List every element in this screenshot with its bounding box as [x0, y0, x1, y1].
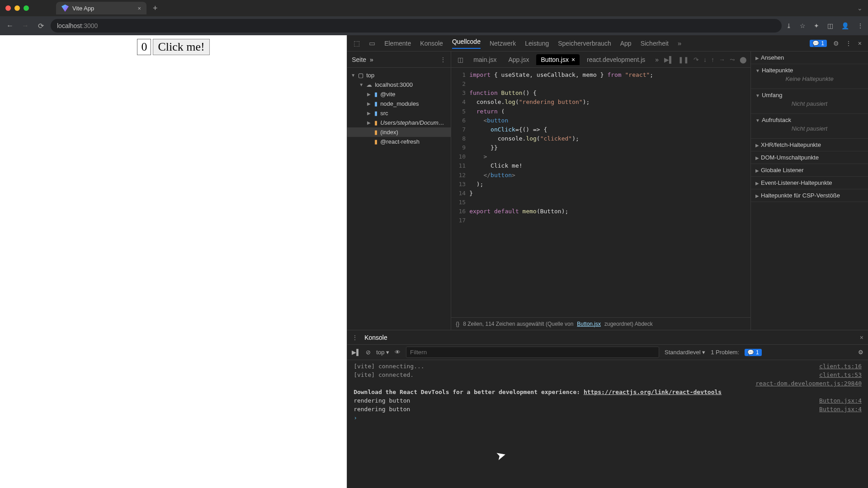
star-icon[interactable]: ☆	[800, 22, 806, 29]
extensions-icon[interactable]: ✦	[814, 22, 819, 29]
drawer-close-icon[interactable]: ×	[860, 334, 863, 341]
console-sidebar-icon[interactable]: ▶▌	[352, 349, 360, 356]
tab-console[interactable]: Konsole	[420, 40, 443, 47]
more-tabs-icon[interactable]: »	[678, 39, 681, 47]
context-selector[interactable]: top ▾	[376, 349, 389, 356]
dbg-callstack[interactable]: ▼Aufrufstack Nicht pausiert	[751, 114, 868, 139]
log-source-link[interactable]: react-dom.development.js:29840	[755, 380, 862, 387]
dbg-watch[interactable]: ▶Ansehen	[751, 52, 868, 64]
eye-icon[interactable]: 👁	[395, 349, 401, 356]
ed-tab-main[interactable]: main.jsx	[469, 54, 501, 65]
tab-close-icon[interactable]: ×	[137, 5, 141, 12]
tree-vite[interactable]: ▶▮ @vite	[347, 89, 451, 99]
forward-button[interactable]: →	[20, 22, 31, 30]
log-source-link[interactable]: Button.jsx:4	[819, 406, 862, 413]
tab-memory[interactable]: Speicherverbrauch	[558, 40, 611, 47]
sidebar-title: Seite	[352, 56, 366, 63]
editor-column: ◫ main.jsx App.jsx Button.jsx × react.de…	[451, 52, 750, 330]
drawer-tab-console[interactable]: Konsole	[364, 334, 387, 341]
ed-tab-button[interactable]: Button.jsx ×	[536, 54, 580, 65]
tab-network[interactable]: Netzwerk	[490, 40, 516, 47]
profile-icon[interactable]: 👤	[841, 22, 849, 29]
level-selector[interactable]: Standardlevel ▾	[665, 349, 705, 356]
maximize-window-button[interactable]	[24, 5, 29, 11]
log-row: react-dom.development.js:29840	[347, 379, 868, 388]
console-output[interactable]: [vite] connecting...client.ts:16 [vite] …	[347, 360, 868, 488]
tree-host[interactable]: ▼☁ localhost:3000	[347, 80, 451, 89]
more-editor-tabs-icon[interactable]: »	[652, 56, 661, 63]
tree-users-path[interactable]: ▶▮ Users/stephan/Docum…	[347, 118, 451, 127]
source-map-link[interactable]: Button.jsx	[577, 321, 601, 327]
tree-top[interactable]: ▼▢ top	[347, 70, 451, 80]
problems-badge[interactable]: 💬 1	[745, 349, 762, 356]
braces-icon[interactable]: {}	[456, 321, 459, 327]
url-field[interactable]: localhost:3000	[51, 19, 782, 33]
close-tab-icon[interactable]: ×	[571, 56, 575, 63]
tab-security[interactable]: Sicherheit	[641, 40, 669, 47]
react-devtools-link[interactable]: https://reactjs.org/link/react-devtools	[584, 389, 722, 395]
reload-button[interactable]: ⟳	[35, 22, 46, 30]
sidebar-kebab-icon[interactable]: ⋮	[440, 56, 446, 63]
pause-icon[interactable]: ❚❚	[678, 56, 689, 63]
drawer-kebab-icon[interactable]: ⋮	[352, 334, 358, 341]
minimize-window-button[interactable]	[14, 5, 20, 11]
console-prompt[interactable]: ›	[347, 413, 868, 422]
close-window-button[interactable]	[5, 5, 11, 11]
log-source-link[interactable]: Button.jsx:4	[819, 397, 862, 404]
kebab-icon[interactable]: ⋮	[845, 40, 852, 47]
ed-tab-react-dev[interactable]: react.development.js	[582, 54, 650, 65]
device-toggle-icon[interactable]: ▭	[369, 39, 375, 47]
dbg-dom[interactable]: ▶DOM-Umschaltpunkte	[751, 151, 868, 164]
pause-exceptions-icon[interactable]: ⬤	[740, 56, 747, 63]
issues-badge[interactable]: 💬 1	[810, 40, 827, 47]
log-source-link[interactable]: client.ts:16	[819, 363, 862, 370]
tab-performance[interactable]: Leistung	[525, 40, 549, 47]
sidepanel-icon[interactable]: ◫	[827, 22, 833, 29]
step-into-icon[interactable]: ↓	[703, 56, 707, 63]
code-editor[interactable]: 1234567891011121314151617 import { useSt…	[451, 68, 750, 317]
chevron-down-icon[interactable]: ⌄	[857, 5, 863, 12]
page-viewport: 0 Click me!	[0, 35, 347, 488]
folder-icon: ▮	[374, 91, 377, 98]
step-over-icon[interactable]: ↷	[693, 56, 699, 63]
settings-icon[interactable]: ⚙	[833, 40, 839, 47]
menu-icon[interactable]: ⋮	[857, 22, 863, 29]
inspect-icon[interactable]: ⬚	[354, 39, 360, 47]
tree-src[interactable]: ▶▮ src	[347, 108, 451, 118]
ed-tab-app[interactable]: App.jsx	[504, 54, 534, 65]
more-sidebar-tabs-icon[interactable]: »	[370, 56, 373, 63]
dbg-event[interactable]: ▶Event-Listener-Haltepunkte	[751, 177, 868, 189]
toggle-debugger-icon[interactable]: ▶▌	[664, 56, 674, 63]
console-toolbar: ▶▌ ⊘ top ▾ 👁 Standardlevel ▾ 1 Problem: …	[347, 345, 868, 360]
new-tab-button[interactable]: +	[146, 4, 164, 13]
dbg-xhr[interactable]: ▶XHR/fetch-Haltepunkte	[751, 139, 868, 151]
dbg-global[interactable]: ▶Globale Listener	[751, 164, 868, 177]
console-filter-input[interactable]	[406, 347, 659, 358]
back-button[interactable]: ←	[5, 22, 15, 30]
click-me-button[interactable]: Click me!	[153, 39, 209, 55]
log-row: [vite] connected.client.ts:53	[347, 371, 868, 379]
folder-icon: ▮	[374, 110, 377, 117]
tab-elements[interactable]: Elemente	[384, 40, 411, 47]
tree-index[interactable]: ▮ (index)	[347, 127, 451, 137]
toggle-navigator-icon[interactable]: ◫	[455, 56, 466, 63]
tab-sources[interactable]: Quellcode	[452, 38, 481, 49]
console-drawer: ⋮ Konsole × ▶▌ ⊘ top ▾ 👁 Standardlevel ▾…	[347, 330, 868, 488]
clear-console-icon[interactable]: ⊘	[366, 349, 371, 356]
tree-react-refresh[interactable]: ▮ @react-refresh	[347, 137, 451, 146]
install-icon[interactable]: ⤓	[786, 22, 792, 29]
dbg-breakpoints[interactable]: ▼Haltepunkte Keine Haltepunkte	[751, 64, 868, 89]
debugger-pane: ▶Ansehen ▼Haltepunkte Keine Haltepunkte …	[750, 52, 868, 330]
step-out-icon[interactable]: ↑	[711, 56, 714, 63]
close-devtools-icon[interactable]: ×	[858, 40, 862, 47]
tree-node-modules[interactable]: ▶▮ node_modules	[347, 99, 451, 108]
dbg-scope[interactable]: ▼Umfang Nicht pausiert	[751, 89, 868, 114]
step-icon[interactable]: →	[719, 56, 725, 63]
console-settings-icon[interactable]: ⚙	[858, 349, 863, 356]
browser-tab[interactable]: Vite App ×	[56, 2, 146, 14]
file-icon: ▮	[374, 138, 377, 145]
log-source-link[interactable]: client.ts:53	[819, 371, 862, 378]
deactivate-bp-icon[interactable]: ⤳	[730, 56, 735, 63]
tab-application[interactable]: App	[620, 40, 632, 47]
dbg-csp[interactable]: ▶Haltepunkte für CSP-Verstöße	[751, 189, 868, 202]
